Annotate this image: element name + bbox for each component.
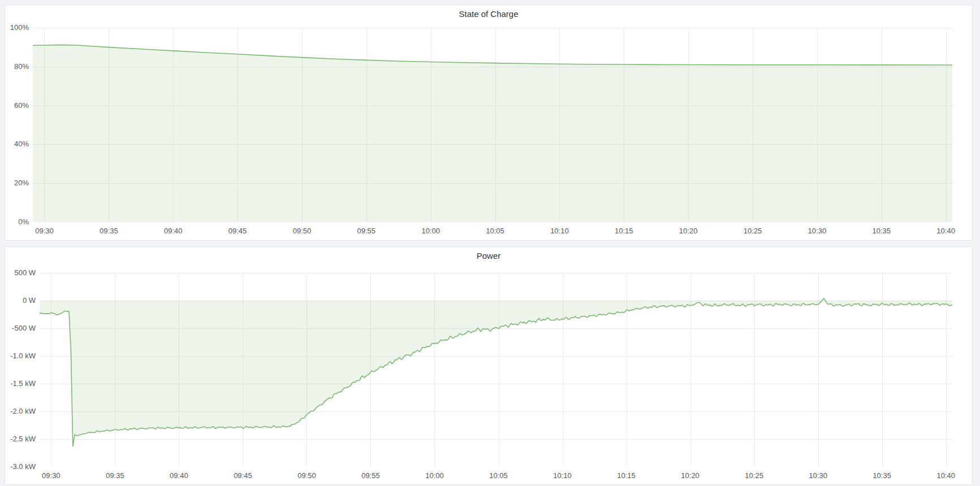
- x-axis-tick-label: 09:40: [162, 471, 196, 480]
- x-axis-tick-label: 09:30: [27, 227, 61, 236]
- x-axis-tick-label: 09:55: [353, 471, 387, 480]
- x-axis-tick-label: 09:45: [226, 471, 260, 480]
- y-axis-tick-label: -500 W: [5, 324, 36, 333]
- y-axis-tick-label: 500 W: [5, 268, 36, 277]
- x-axis-tick-label: 10:40: [929, 227, 963, 236]
- x-axis-tick-label: 10:25: [736, 227, 770, 236]
- x-axis-tick-label: 09:55: [349, 227, 383, 236]
- y-axis-tick-label: -1.5 kW: [5, 379, 36, 388]
- power-canvas[interactable]: [40, 273, 952, 467]
- x-axis-tick-label: 10:10: [546, 471, 580, 480]
- x-axis-tick-label: 09:45: [221, 227, 254, 236]
- state-of-charge-area-fill: [33, 45, 952, 222]
- x-axis-tick-label: 10:00: [417, 471, 451, 480]
- y-axis-tick-label: -3.0 kW: [5, 462, 36, 471]
- y-axis-tick-label: 0%: [5, 218, 29, 227]
- panel-state-of-charge: State of Charge 100%80%60%40%20%0%09:300…: [5, 5, 973, 241]
- x-axis-tick-label: 10:15: [607, 227, 641, 236]
- x-axis-tick-label: 10:05: [478, 227, 512, 236]
- x-axis-tick-label: 09:50: [285, 227, 319, 236]
- x-axis-tick-label: 10:40: [929, 471, 963, 480]
- y-axis-tick-label: 80%: [5, 62, 29, 71]
- power-area-fill: [40, 298, 952, 446]
- x-axis-tick-label: 10:30: [800, 227, 834, 236]
- x-axis-tick-label: 10:35: [865, 227, 899, 236]
- power-chart[interactable]: 500 W0 W-500 W-1.0 kW-1.5 kW-2.0 kW-2.5 …: [5, 247, 972, 484]
- y-axis-tick-label: -2.0 kW: [5, 407, 36, 416]
- panel-power: Power 500 W0 W-500 W-1.0 kW-1.5 kW-2.0 k…: [5, 246, 973, 485]
- state-of-charge-canvas[interactable]: [33, 28, 952, 222]
- x-axis-tick-label: 10:00: [414, 227, 448, 236]
- x-axis-tick-label: 10:20: [671, 227, 705, 236]
- x-axis-tick-label: 10:30: [801, 471, 835, 480]
- y-axis-tick-label: -1.0 kW: [5, 352, 36, 361]
- y-axis-tick-label: 40%: [5, 140, 29, 149]
- y-axis-tick-label: 20%: [5, 179, 29, 188]
- state-of-charge-chart[interactable]: 100%80%60%40%20%0%09:3009:3509:4009:4509…: [5, 5, 972, 240]
- x-axis-tick-label: 10:15: [610, 471, 644, 480]
- x-axis-tick-label: 10:25: [737, 471, 771, 480]
- x-axis-tick-label: 10:35: [865, 471, 899, 480]
- x-axis-tick-label: 09:40: [156, 227, 190, 236]
- y-axis-tick-label: 100%: [5, 23, 29, 32]
- x-axis-tick-label: 09:30: [34, 471, 68, 480]
- x-axis-tick-label: 09:50: [290, 471, 323, 480]
- y-axis-tick-label: 0 W: [5, 296, 36, 305]
- x-axis-tick-label: 10:05: [482, 471, 516, 480]
- x-axis-tick-label: 09:35: [92, 227, 126, 236]
- x-axis-tick-label: 10:10: [542, 227, 576, 236]
- y-axis-tick-label: 60%: [5, 101, 29, 110]
- x-axis-tick-label: 09:35: [98, 471, 132, 480]
- x-axis-tick-label: 10:20: [674, 471, 707, 480]
- grafana-dashboard: { "style": { "page_background": "#f1f3f7…: [0, 0, 980, 486]
- y-axis-tick-label: -2.5 kW: [5, 435, 36, 444]
